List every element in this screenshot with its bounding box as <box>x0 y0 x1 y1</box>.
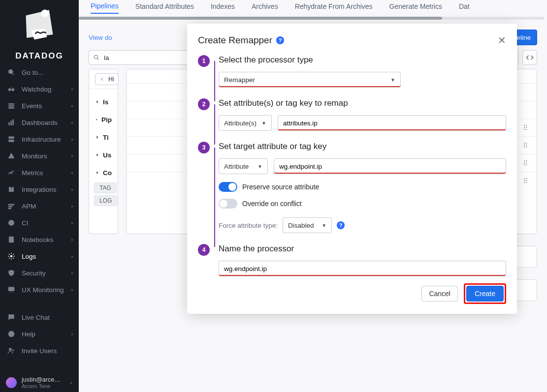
step3-title: Set target attribute or tag key <box>219 142 506 151</box>
chevron-right-icon: ▸ <box>70 380 73 385</box>
processor-name-input[interactable] <box>219 261 506 276</box>
sidebar-item-dashboards[interactable]: Dashboards▸ <box>0 114 79 131</box>
sidebar-item-security[interactable]: Security▸ <box>0 265 79 281</box>
sidebar: DATADOG Go to... Watchdog▸ Events▸ Dashb… <box>0 0 79 392</box>
sidebar-item-ux[interactable]: UX Monitoring▸ <box>0 281 79 298</box>
source-kind-select[interactable]: Attribute(s)▼ <box>219 115 272 131</box>
svg-point-2 <box>8 89 11 91</box>
step2-title: Set attribute(s) or tag key to remap <box>219 98 506 108</box>
chevron-down-icon: ▼ <box>257 164 262 169</box>
svg-rect-14 <box>8 208 11 209</box>
help-icon <box>7 330 16 338</box>
target-attribute-input[interactable] <box>274 158 506 174</box>
force-type-label: Force attribute type: <box>219 222 278 229</box>
svg-point-1 <box>9 70 13 74</box>
chevron-right-icon: ▸ <box>71 204 74 209</box>
chevron-right-icon: ▸ <box>71 153 74 158</box>
svg-rect-7 <box>9 122 10 125</box>
svg-rect-9 <box>13 120 14 125</box>
brand: DATADOG <box>0 0 79 64</box>
highlight-box: Create <box>464 283 506 304</box>
sidebar-item-monitors[interactable]: Monitors▸ <box>0 148 79 164</box>
sidebar-item-label: Help <box>22 331 35 338</box>
apm-icon <box>7 202 16 210</box>
sidebar-item-integrations[interactable]: Integrations▸ <box>0 181 79 198</box>
sidebar-item-label: Metrics <box>22 169 43 177</box>
sidebar-item-label: Dashboards <box>22 119 58 126</box>
svg-point-20 <box>9 348 11 351</box>
target-kind-select[interactable]: Attribute▼ <box>219 158 268 174</box>
chevron-right-icon: ▸ <box>71 332 74 336</box>
step4-title: Name the processor <box>219 244 506 254</box>
chevron-right-icon: ▸ <box>71 137 74 142</box>
ci-icon <box>7 219 16 227</box>
svg-rect-16 <box>9 237 13 242</box>
puzzle-icon <box>7 185 16 193</box>
step-badge-1: 1 <box>198 55 210 67</box>
chevron-right-icon: ▸ <box>71 237 74 242</box>
sidebar-item-label: Infrastructure <box>22 136 61 143</box>
create-button[interactable]: Create <box>466 286 504 302</box>
chevron-right-icon: ▸ <box>71 254 74 259</box>
chevron-right-icon: ▸ <box>71 87 74 91</box>
cancel-button[interactable]: Cancel <box>421 286 458 302</box>
svg-rect-12 <box>8 204 14 205</box>
svg-point-19 <box>8 331 14 337</box>
chevron-right-icon: ▸ <box>71 170 74 175</box>
source-attribute-input[interactable] <box>278 115 506 131</box>
help-icon[interactable]: ? <box>276 36 284 44</box>
svg-rect-5 <box>9 105 14 106</box>
svg-rect-13 <box>8 206 12 207</box>
chevron-down-icon: ▼ <box>322 223 326 228</box>
metrics-icon <box>7 169 16 177</box>
modal-title: Create Remapper ? <box>198 35 284 46</box>
svg-rect-18 <box>8 287 14 291</box>
sidebar-item-apm[interactable]: APM▸ <box>0 198 79 214</box>
chat-icon <box>7 313 16 321</box>
svg-point-0 <box>41 9 48 17</box>
preserve-label: Preserve source attribute <box>242 183 319 191</box>
sidebar-item-events[interactable]: Events▸ <box>0 97 79 114</box>
chevron-right-icon: ▸ <box>71 287 74 292</box>
sidebar-item-watchdog[interactable]: Watchdog▸ <box>0 81 79 97</box>
user-email: justin@arcemt... <box>22 376 65 383</box>
svg-rect-6 <box>9 107 14 108</box>
brand-text: DATADOG <box>0 51 79 61</box>
chart-icon <box>7 119 16 126</box>
ux-icon <box>7 286 16 294</box>
sidebar-invite[interactable]: Invite Users <box>0 342 79 359</box>
sidebar-item-label: Invite Users <box>22 347 57 355</box>
sidebar-item-logs[interactable]: Logs▸ <box>0 248 79 265</box>
shield-icon <box>7 269 16 277</box>
sidebar-item-metrics[interactable]: Metrics▸ <box>0 164 79 181</box>
sidebar-item-label: Notebooks <box>22 236 54 243</box>
sidebar-user[interactable]: justin@arcemt... Arcem Tene ▸ <box>0 376 79 389</box>
close-icon[interactable]: ✕ <box>498 34 506 46</box>
override-label: Override on conflict <box>242 200 302 208</box>
sidebar-item-notebooks[interactable]: Notebooks▸ <box>0 231 79 248</box>
override-conflict-toggle[interactable] <box>219 199 237 209</box>
sidebar-item-infrastructure[interactable]: Infrastructure▸ <box>0 131 79 148</box>
notebook-icon <box>7 236 16 243</box>
sidebar-live-chat[interactable]: Live Chat <box>0 309 79 326</box>
help-icon[interactable]: ? <box>337 221 345 229</box>
force-type-select[interactable]: Disabled▼ <box>283 217 332 233</box>
step-badge-2: 2 <box>198 98 210 110</box>
chevron-down-icon: ▼ <box>390 77 395 83</box>
svg-rect-8 <box>11 121 12 125</box>
user-plus-icon <box>7 347 16 355</box>
sidebar-item-label: Events <box>22 102 42 110</box>
sidebar-goto[interactable]: Go to... <box>0 64 79 81</box>
preserve-source-toggle[interactable] <box>219 182 237 192</box>
binoculars-icon <box>7 85 16 93</box>
processor-type-select[interactable]: Remapper▼ <box>219 72 401 88</box>
sidebar-help[interactable]: Help▸ <box>0 326 79 342</box>
svg-rect-11 <box>9 140 14 142</box>
chevron-right-icon: ▸ <box>71 271 74 275</box>
sidebar-item-ci[interactable]: CI▸ <box>0 214 79 231</box>
chevron-down-icon: ▼ <box>261 121 266 126</box>
step-badge-3: 3 <box>198 142 210 153</box>
logs-icon <box>7 252 16 260</box>
sidebar-item-label: APM <box>22 203 36 210</box>
step-badge-4: 4 <box>198 244 210 256</box>
